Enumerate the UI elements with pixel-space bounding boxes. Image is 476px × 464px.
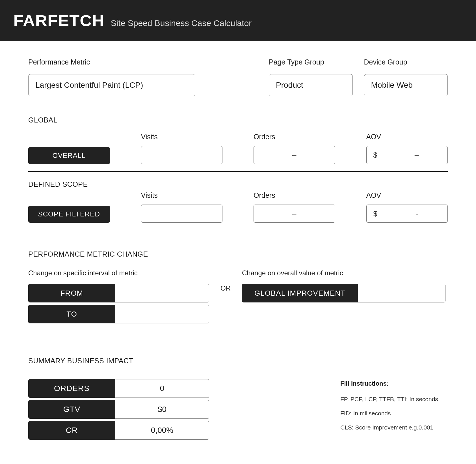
- instructions-line: FID: In miliseconds: [340, 410, 448, 417]
- filter-page-type: Page Type Group Product: [269, 58, 352, 96]
- summary-cr-row: CR 0,00%: [28, 421, 209, 440]
- scope-orders-value: –: [254, 205, 335, 223]
- scope-aov-value: $ -: [366, 205, 448, 223]
- aov-amount: –: [415, 151, 419, 160]
- scope-filtered-pill: SCOPE FILTERED: [28, 206, 110, 223]
- divider: [28, 230, 448, 230]
- filter-label: Page Type Group: [269, 58, 352, 66]
- filter-device: Device Group Mobile Web: [364, 58, 448, 96]
- main-content: Performance Metric Largest Contentful Pa…: [0, 41, 476, 453]
- global-improvement-row: GLOBAL IMPROVEMENT: [242, 284, 445, 302]
- aov-label: AOV: [366, 191, 448, 199]
- orders-label: Orders: [254, 133, 335, 141]
- perf-row: Change on specific interval of metric FR…: [28, 269, 448, 326]
- aov-col: AOV $ -: [366, 191, 448, 223]
- filter-row: Performance Metric Largest Contentful Pa…: [28, 58, 448, 96]
- section-title-perf: PERFORMANCE METRIC CHANGE: [28, 250, 448, 258]
- divider: [28, 171, 448, 172]
- orders-value: 0: [115, 379, 209, 398]
- currency-symbol: $: [373, 209, 377, 218]
- currency-symbol: $: [373, 151, 377, 160]
- device-select[interactable]: Mobile Web: [364, 74, 448, 96]
- scope-visits-input[interactable]: [141, 205, 223, 223]
- instructions-line: CLS: Score Improvement e.g.0.001: [340, 424, 448, 431]
- overall-pill: OVERALL: [28, 147, 110, 164]
- overall-label: Change on overall value of metric: [242, 269, 445, 277]
- section-title-summary: SUMMARY BUSINESS IMPACT: [28, 357, 209, 365]
- or-separator: OR: [220, 284, 231, 292]
- instructions-title: Fill Instructions:: [340, 380, 448, 387]
- page-title: Site Speed Business Case Calculator: [111, 18, 252, 28]
- global-improvement-label: GLOBAL IMPROVEMENT: [242, 284, 358, 302]
- gtv-value: $0: [115, 400, 209, 419]
- global-section: GLOBAL OVERALL Visits Orders – AOV $ –: [28, 116, 448, 164]
- cr-value: 0,00%: [115, 421, 209, 440]
- orders-label: ORDERS: [28, 379, 115, 398]
- from-row: FROM: [28, 284, 209, 302]
- from-input[interactable]: [115, 284, 209, 302]
- perf-overall-block: Change on overall value of metric GLOBAL…: [242, 269, 445, 302]
- aov-amount: -: [416, 209, 418, 218]
- visits-label: Visits: [141, 133, 223, 141]
- interval-label: Change on specific interval of metric: [28, 269, 209, 277]
- from-label: FROM: [28, 284, 115, 302]
- visits-label: Visits: [141, 191, 223, 199]
- logo: FARFETCH: [13, 11, 104, 30]
- aov-label: AOV: [366, 133, 448, 141]
- cr-label: CR: [28, 421, 115, 440]
- scope-section: DEFINED SCOPE SCOPE FILTERED Visits Orde…: [28, 180, 448, 223]
- global-visits-input[interactable]: [141, 146, 223, 164]
- orders-label: Orders: [254, 191, 335, 199]
- gtv-label: GTV: [28, 400, 115, 419]
- instructions-block: Fill Instructions: FP, PCP, LCP, TTFB, T…: [340, 380, 448, 438]
- perf-metric-select[interactable]: Largest Contentful Paint (LCP): [28, 74, 195, 96]
- section-title-global: GLOBAL: [28, 116, 448, 124]
- orders-col: Orders –: [254, 191, 335, 223]
- instructions-line: FP, PCP, LCP, TTFB, TTI: In seconds: [340, 396, 448, 403]
- visits-col: Visits: [141, 191, 223, 223]
- summary-gtv-row: GTV $0: [28, 400, 209, 419]
- to-input[interactable]: [115, 305, 209, 323]
- global-aov-value: $ –: [366, 146, 448, 164]
- global-improvement-input[interactable]: [358, 284, 445, 302]
- to-row: TO: [28, 305, 209, 323]
- global-row: OVERALL Visits Orders – AOV $ –: [28, 133, 448, 164]
- summary-orders-row: ORDERS 0: [28, 379, 209, 398]
- scope-row: SCOPE FILTERED Visits Orders – AOV $ -: [28, 191, 448, 223]
- aov-col: AOV $ –: [366, 133, 448, 164]
- page-type-select[interactable]: Product: [269, 74, 352, 96]
- to-label: TO: [28, 305, 115, 323]
- section-title-scope: DEFINED SCOPE: [28, 180, 448, 188]
- app-header: FARFETCH Site Speed Business Case Calcul…: [0, 0, 476, 41]
- global-orders-value: –: [254, 146, 335, 164]
- perf-change-section: PERFORMANCE METRIC CHANGE Change on spec…: [28, 250, 448, 326]
- visits-col: Visits: [141, 133, 223, 164]
- summary-section: SUMMARY BUSINESS IMPACT ORDERS 0 GTV $0 …: [28, 357, 448, 442]
- filter-label: Performance Metric: [28, 58, 195, 66]
- perf-interval-block: Change on specific interval of metric FR…: [28, 269, 209, 326]
- orders-col: Orders –: [254, 133, 335, 164]
- summary-left: SUMMARY BUSINESS IMPACT ORDERS 0 GTV $0 …: [28, 357, 209, 442]
- filter-label: Device Group: [364, 58, 448, 66]
- filter-perf-metric: Performance Metric Largest Contentful Pa…: [28, 58, 195, 96]
